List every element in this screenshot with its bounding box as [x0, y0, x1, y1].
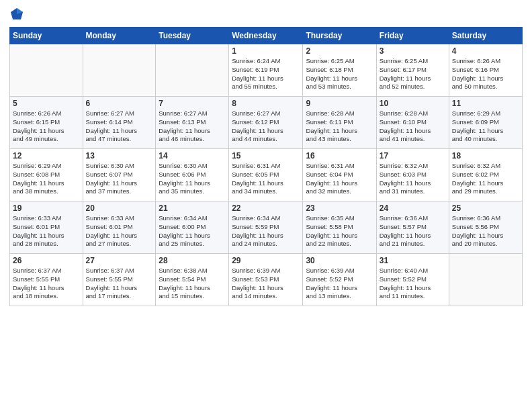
day-info: Sunrise: 6:33 AMSunset: 6:01 PMDaylight:…	[13, 214, 80, 248]
day-info-line: Sunrise: 6:25 AM	[380, 57, 428, 64]
calendar-cell: 17Sunrise: 6:32 AMSunset: 6:03 PMDayligh…	[376, 149, 449, 201]
day-info-line: Sunset: 6:11 PM	[306, 118, 353, 126]
day-info-line: and 13 minutes.	[306, 292, 351, 300]
day-info-line: Sunrise: 6:26 AM	[13, 109, 61, 117]
day-info-line: Daylight: 11 hours	[86, 232, 138, 239]
day-info-line: Sunrise: 6:32 AM	[452, 162, 500, 169]
day-info-line: Daylight: 11 hours	[306, 179, 357, 187]
day-info: Sunrise: 6:35 AMSunset: 5:58 PMDaylight:…	[306, 214, 373, 248]
day-info-line: and 27 minutes.	[86, 240, 132, 247]
day-info: Sunrise: 6:39 AMSunset: 5:53 PMDaylight:…	[232, 267, 300, 301]
calendar-cell: 3Sunrise: 6:25 AMSunset: 6:17 PMDaylight…	[376, 44, 449, 97]
day-number: 5	[13, 99, 80, 108]
day-info-line: and 44 minutes.	[232, 135, 277, 142]
day-number: 27	[86, 256, 153, 265]
day-info-line: Daylight: 11 hours	[306, 232, 357, 239]
day-number: 9	[306, 99, 373, 108]
day-info-line: and 14 minutes.	[232, 292, 277, 300]
day-number: 20	[86, 203, 153, 213]
day-info-line: and 11 minutes.	[380, 292, 425, 300]
day-info-line: Daylight: 11 hours	[380, 75, 431, 82]
day-number: 11	[452, 99, 519, 108]
calendar-cell: 18Sunrise: 6:32 AMSunset: 6:02 PMDayligh…	[449, 149, 522, 201]
day-info-line: and 15 minutes.	[159, 292, 204, 300]
day-info-line: and 21 minutes.	[380, 240, 425, 247]
day-info-line: Daylight: 11 hours	[159, 179, 210, 187]
col-header-saturday: Saturday	[449, 28, 522, 44]
calendar-cell	[156, 44, 229, 97]
day-info-line: and 34 minutes.	[232, 187, 277, 195]
day-info-line: Sunset: 6:10 PM	[380, 118, 427, 126]
day-info-line: Daylight: 11 hours	[86, 284, 138, 291]
day-info-line: Sunset: 6:09 PM	[452, 118, 499, 126]
day-info-line: and 24 minutes.	[232, 240, 277, 247]
day-info-line: Sunset: 5:55 PM	[13, 275, 60, 283]
day-info-line: Sunrise: 6:34 AM	[232, 214, 280, 222]
day-number: 6	[86, 99, 153, 108]
day-number: 2	[306, 46, 373, 56]
day-info-line: Sunrise: 6:37 AM	[13, 267, 61, 274]
col-header-monday: Monday	[83, 28, 156, 44]
day-info-line: Daylight: 11 hours	[86, 127, 138, 134]
day-info-line: and 35 minutes.	[159, 187, 204, 195]
day-number: 4	[452, 46, 519, 56]
day-info-line: Sunset: 5:54 PM	[159, 275, 206, 283]
day-info-line: and 43 minutes.	[306, 135, 351, 142]
day-info: Sunrise: 6:37 AMSunset: 5:55 PMDaylight:…	[86, 267, 153, 301]
day-info-line: Sunrise: 6:34 AM	[159, 214, 207, 222]
day-info-line: and 53 minutes.	[306, 83, 351, 90]
day-info-line: Sunrise: 6:38 AM	[159, 267, 207, 274]
calendar-cell: 7Sunrise: 6:27 AMSunset: 6:13 PMDaylight…	[156, 97, 229, 149]
day-number: 30	[306, 256, 373, 265]
day-number: 17	[380, 151, 446, 161]
day-info-line: Sunset: 6:01 PM	[86, 223, 133, 230]
calendar-cell: 25Sunrise: 6:36 AMSunset: 5:56 PMDayligh…	[449, 201, 522, 254]
col-header-thursday: Thursday	[303, 28, 376, 44]
day-info-line: Daylight: 11 hours	[232, 179, 283, 187]
page: SundayMondayTuesdayWednesdayThursdayFrid…	[0, 0, 532, 411]
day-info-line: and 17 minutes.	[86, 292, 132, 300]
col-header-tuesday: Tuesday	[156, 28, 229, 44]
day-info-line: Daylight: 11 hours	[306, 127, 357, 134]
header	[9, 7, 523, 21]
day-info-line: Daylight: 11 hours	[159, 232, 210, 239]
calendar-cell: 11Sunrise: 6:29 AMSunset: 6:09 PMDayligh…	[449, 97, 522, 149]
day-info: Sunrise: 6:30 AMSunset: 6:06 PMDaylight:…	[159, 162, 226, 196]
day-info-line: Sunrise: 6:36 AM	[452, 214, 500, 222]
day-info: Sunrise: 6:31 AMSunset: 6:05 PMDaylight:…	[232, 162, 300, 196]
col-header-friday: Friday	[376, 28, 449, 44]
day-info-line: Daylight: 11 hours	[232, 127, 283, 134]
day-info-line: and 32 minutes.	[306, 187, 351, 195]
day-info-line: Sunrise: 6:32 AM	[380, 162, 428, 169]
calendar-cell: 29Sunrise: 6:39 AMSunset: 5:53 PMDayligh…	[229, 254, 303, 306]
week-row-2: 5Sunrise: 6:26 AMSunset: 6:15 PMDaylight…	[10, 97, 523, 149]
day-info: Sunrise: 6:24 AMSunset: 6:19 PMDaylight:…	[232, 57, 300, 91]
day-info-line: and 49 minutes.	[13, 135, 58, 142]
day-number: 7	[159, 99, 226, 108]
day-info-line: Sunrise: 6:40 AM	[380, 267, 428, 274]
calendar: SundayMondayTuesdayWednesdayThursdayFrid…	[9, 27, 523, 306]
day-info-line: Daylight: 11 hours	[306, 284, 357, 291]
day-info-line: Sunrise: 6:30 AM	[159, 162, 207, 169]
day-number: 24	[380, 203, 446, 213]
calendar-cell: 2Sunrise: 6:25 AMSunset: 6:18 PMDaylight…	[303, 44, 376, 97]
day-info: Sunrise: 6:30 AMSunset: 6:07 PMDaylight:…	[86, 162, 153, 196]
day-number: 13	[86, 151, 153, 161]
day-number: 8	[232, 99, 300, 108]
day-info-line: Sunset: 6:16 PM	[452, 66, 499, 73]
calendar-cell: 22Sunrise: 6:34 AMSunset: 5:59 PMDayligh…	[229, 201, 303, 254]
day-number: 1	[232, 46, 300, 56]
day-info-line: Sunset: 6:04 PM	[306, 171, 353, 178]
day-info-line: Sunrise: 6:24 AM	[232, 57, 280, 64]
calendar-cell: 1Sunrise: 6:24 AMSunset: 6:19 PMDaylight…	[229, 44, 303, 97]
week-row-5: 26Sunrise: 6:37 AMSunset: 5:55 PMDayligh…	[10, 254, 523, 306]
calendar-cell: 10Sunrise: 6:28 AMSunset: 6:10 PMDayligh…	[376, 97, 449, 149]
day-info-line: Sunset: 5:57 PM	[380, 223, 427, 230]
day-info-line: Sunrise: 6:39 AM	[306, 267, 354, 274]
day-info-line: and 52 minutes.	[380, 83, 425, 90]
day-info-line: and 37 minutes.	[86, 187, 132, 195]
day-info-line: Sunrise: 6:33 AM	[86, 214, 134, 222]
day-info-line: and 47 minutes.	[86, 135, 132, 142]
day-info-line: and 20 minutes.	[452, 240, 498, 247]
col-header-sunday: Sunday	[10, 28, 83, 44]
